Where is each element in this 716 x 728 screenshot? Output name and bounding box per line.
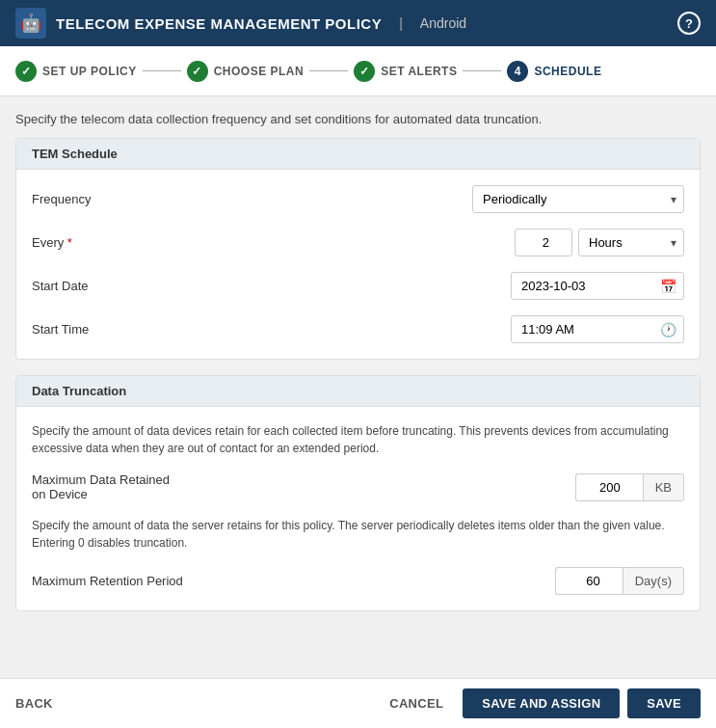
step-circle-alerts: ✓ <box>354 61 375 82</box>
step-circle-schedule: 4 <box>507 61 528 82</box>
data-truncation-body: Specify the amount of data devices retai… <box>16 407 700 610</box>
step-label-plan: CHOOSE PLAN <box>214 65 305 78</box>
every-unit-select[interactable]: Hours Minutes Days <box>578 229 684 256</box>
step-label-alerts: SET ALERTS <box>381 65 457 78</box>
max-data-input[interactable] <box>575 473 643 501</box>
every-control: Hours Minutes Days <box>186 229 684 256</box>
footer: BACK CANCEL SAVE AND ASSIGN SAVE <box>0 678 716 728</box>
start-date-label: Start Date <box>32 279 186 293</box>
step-circle-plan: ✓ <box>187 61 208 82</box>
cancel-button[interactable]: CANCEL <box>378 688 455 718</box>
frequency-label: Frequency <box>32 192 186 206</box>
start-date-input[interactable] <box>511 272 684 300</box>
start-date-control: 📅 <box>186 272 684 300</box>
every-number-input[interactable] <box>515 229 572 256</box>
step-line-3 <box>463 70 501 71</box>
save-and-assign-button[interactable]: SAVE AND ASSIGN <box>463 688 620 718</box>
start-date-wrapper[interactable]: 📅 <box>511 272 684 300</box>
step-label-setup: SET UP POLICY <box>42 65 137 78</box>
start-date-row: Start Date 📅 <box>32 272 684 300</box>
max-data-input-group: KB <box>575 473 684 501</box>
header: 🤖 TELECOM EXPENSE MANAGEMENT POLICY | An… <box>0 0 716 46</box>
frequency-select-wrapper[interactable]: Periodically Daily Weekly Monthly <box>472 185 684 213</box>
max-data-label: Maximum Data Retained on Device <box>32 472 186 501</box>
start-time-row: Start Time 🕐 <box>32 315 684 343</box>
data-truncation-card: Data Truncation Specify the amount of da… <box>15 375 701 611</box>
max-data-control: KB <box>186 473 684 501</box>
truncation-desc-1: Specify the amount of data devices retai… <box>32 422 684 457</box>
main-content: Specify the telecom data collection freq… <box>0 96 716 611</box>
header-title: TELECOM EXPENSE MANAGEMENT POLICY <box>56 15 382 32</box>
help-icon[interactable]: ? <box>677 12 701 35</box>
step-setup-policy: ✓ SET UP POLICY <box>15 61 137 82</box>
start-time-input[interactable] <box>511 315 684 343</box>
step-line-2 <box>309 70 348 71</box>
step-circle-setup: ✓ <box>15 61 37 82</box>
max-retention-unit: Day(s) <box>623 567 684 595</box>
frequency-control: Periodically Daily Weekly Monthly <box>186 185 684 213</box>
start-time-label: Start Time <box>32 322 186 337</box>
every-unit-wrapper[interactable]: Hours Minutes Days <box>578 229 684 256</box>
tem-schedule-card: TEM Schedule Frequency Periodically Dail… <box>15 138 701 360</box>
max-data-row: Maximum Data Retained on Device KB <box>32 472 684 501</box>
stepper: ✓ SET UP POLICY ✓ CHOOSE PLAN ✓ SET ALER… <box>0 46 716 96</box>
frequency-row: Frequency Periodically Daily Weekly Mont… <box>32 185 684 213</box>
every-row: Every * Hours Minutes Days <box>32 229 684 256</box>
footer-left: BACK <box>15 688 53 718</box>
step-line-1 <box>143 70 181 71</box>
max-retention-control: Day(s) <box>186 567 684 595</box>
start-time-wrapper[interactable]: 🕐 <box>511 315 684 343</box>
start-time-control: 🕐 <box>186 315 684 343</box>
data-truncation-header: Data Truncation <box>16 376 700 407</box>
step-label-schedule: SCHEDULE <box>534 65 601 78</box>
required-indicator: * <box>67 235 72 250</box>
max-data-unit: KB <box>643 473 684 501</box>
tem-schedule-header: TEM Schedule <box>16 139 700 170</box>
header-divider: | <box>399 15 403 31</box>
save-button[interactable]: SAVE <box>627 688 701 718</box>
truncation-desc-2: Specify the amount of data the server re… <box>32 517 684 552</box>
frequency-select[interactable]: Periodically Daily Weekly Monthly <box>472 185 684 213</box>
app-icon: 🤖 <box>15 8 46 39</box>
step-choose-plan: ✓ CHOOSE PLAN <box>187 61 305 82</box>
max-retention-row: Maximum Retention Period Day(s) <box>32 567 684 595</box>
page-description: Specify the telecom data collection freq… <box>15 112 701 126</box>
header-left: 🤖 TELECOM EXPENSE MANAGEMENT POLICY | An… <box>15 8 466 39</box>
max-retention-input-group: Day(s) <box>555 567 684 595</box>
every-label: Every * <box>32 235 186 250</box>
step-set-alerts: ✓ SET ALERTS <box>354 61 457 82</box>
step-schedule: 4 SCHEDULE <box>507 61 601 82</box>
footer-right: CANCEL SAVE AND ASSIGN SAVE <box>378 688 701 718</box>
max-retention-label: Maximum Retention Period <box>32 574 186 588</box>
header-subtitle: Android <box>420 15 466 31</box>
tem-schedule-body: Frequency Periodically Daily Weekly Mont… <box>16 170 700 359</box>
max-retention-input[interactable] <box>555 567 623 595</box>
back-button[interactable]: BACK <box>15 688 53 718</box>
